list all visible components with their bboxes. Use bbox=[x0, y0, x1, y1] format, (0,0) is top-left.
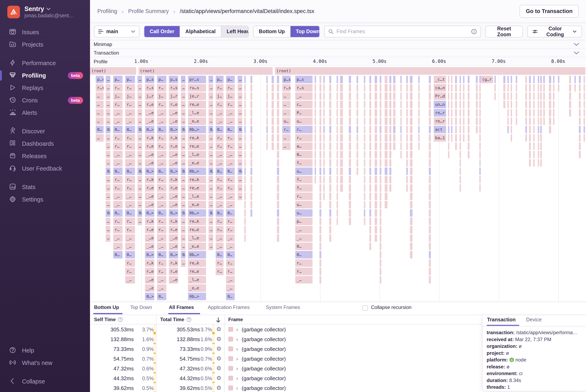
table-row[interactable]: 44.32ms0.5%44.32ms0.5%⚙›(garbage collect… bbox=[90, 373, 482, 383]
flame-frame[interactable] bbox=[389, 109, 391, 116]
flame-frame[interactable] bbox=[349, 151, 351, 158]
flame-frame[interactable] bbox=[329, 159, 331, 167]
flame-frame[interactable]: … bbox=[181, 242, 186, 250]
flame-frame[interactable]: … bbox=[209, 234, 213, 242]
flame-frame[interactable] bbox=[250, 168, 252, 175]
flame-frame[interactable] bbox=[540, 159, 542, 167]
flame-frame[interactable] bbox=[337, 134, 338, 142]
flame-frame[interactable]: r…k bbox=[145, 218, 154, 225]
table-row[interactable]: 305.53ms3.7%305.53ms3.7%⚙›(garbage colle… bbox=[90, 324, 482, 334]
flame-frame[interactable] bbox=[385, 184, 387, 192]
flame-frame[interactable] bbox=[277, 234, 279, 242]
flame-frame[interactable]: 0… bbox=[216, 251, 224, 258]
flame-frame[interactable] bbox=[479, 184, 481, 192]
flame-frame[interactable] bbox=[266, 142, 268, 150]
flame-frame[interactable]: _… bbox=[216, 159, 224, 167]
flame-frame[interactable]: … bbox=[238, 159, 242, 167]
flame-frame[interactable] bbox=[468, 76, 469, 83]
flame-frame[interactable] bbox=[418, 118, 420, 125]
flame-frame[interactable]: r…e bbox=[145, 101, 154, 108]
flame-frame[interactable] bbox=[529, 118, 531, 125]
flame-frame[interactable] bbox=[507, 118, 509, 125]
flame-frame[interactable] bbox=[329, 176, 331, 184]
flame-frame[interactable]: … bbox=[106, 134, 110, 142]
flame-frame[interactable]: re…k bbox=[188, 259, 206, 267]
flame-frame[interactable] bbox=[393, 101, 395, 108]
flame-frame[interactable] bbox=[549, 101, 551, 108]
flame-frame[interactable] bbox=[463, 84, 464, 92]
flame-frame[interactable] bbox=[375, 151, 377, 158]
flame-frame[interactable] bbox=[538, 76, 539, 83]
flame-frame[interactable] bbox=[349, 201, 351, 208]
flame-frame[interactable]: _e…e bbox=[188, 284, 206, 292]
flame-frame[interactable] bbox=[364, 142, 365, 150]
flame-frame[interactable]: 0… bbox=[226, 126, 235, 133]
flame-frame[interactable]: r… bbox=[295, 268, 313, 275]
flame-frame[interactable]: _…e bbox=[145, 284, 154, 292]
flame-frame[interactable]: r… bbox=[295, 126, 313, 133]
flame-frame[interactable] bbox=[364, 201, 365, 208]
flame-frame[interactable]: _… bbox=[295, 92, 313, 100]
flame-frame[interactable] bbox=[525, 126, 527, 133]
flame-frame[interactable] bbox=[549, 126, 551, 133]
flame-frame[interactable] bbox=[538, 118, 539, 125]
flame-frame[interactable]: … bbox=[106, 226, 110, 234]
flame-frame[interactable]: 0… bbox=[113, 209, 123, 217]
flame-frame[interactable]: 0… bbox=[181, 251, 186, 258]
flame-frame[interactable] bbox=[429, 76, 431, 83]
flame-frame[interactable] bbox=[357, 151, 358, 158]
flame-frame[interactable] bbox=[529, 92, 531, 100]
flame-frame[interactable] bbox=[533, 109, 535, 116]
flame-frame[interactable]: r…s bbox=[295, 84, 313, 92]
flame-frame[interactable] bbox=[429, 242, 431, 250]
flame-frame[interactable]: r… bbox=[216, 84, 224, 92]
flame-frame[interactable] bbox=[533, 76, 535, 83]
flame-frame[interactable] bbox=[507, 101, 509, 108]
flame-frame[interactable]: r… bbox=[157, 176, 166, 184]
flame-frame[interactable] bbox=[340, 184, 343, 192]
flame-frame[interactable] bbox=[329, 192, 331, 200]
flame-frame[interactable] bbox=[529, 134, 531, 142]
flame-frame[interactable] bbox=[266, 84, 268, 92]
flame-frame[interactable] bbox=[459, 92, 461, 100]
flame-frame[interactable] bbox=[244, 134, 246, 142]
flame-frame[interactable] bbox=[337, 126, 338, 133]
flame-frame[interactable] bbox=[410, 118, 412, 125]
flame-frame[interactable] bbox=[553, 92, 554, 100]
flame-frame[interactable] bbox=[380, 201, 381, 208]
flame-frame[interactable] bbox=[364, 126, 365, 133]
flame-frame[interactable] bbox=[540, 151, 542, 158]
flame-frame[interactable] bbox=[459, 168, 461, 175]
flame-frame[interactable] bbox=[375, 159, 377, 167]
sort-desc-icon[interactable] bbox=[216, 317, 221, 323]
table-row[interactable]: 73.33ms0.9%73.33ms0.9%⚙›(garbage collect… bbox=[90, 344, 482, 354]
flame-frame[interactable] bbox=[468, 84, 469, 92]
flame-frame[interactable]: r… bbox=[157, 218, 166, 225]
flame-frame[interactable] bbox=[375, 184, 377, 192]
flame-frame[interactable]: r… bbox=[113, 226, 123, 234]
flame-frame[interactable]: _… bbox=[226, 242, 235, 250]
flame-frame[interactable] bbox=[543, 92, 545, 100]
flame-frame[interactable] bbox=[315, 92, 316, 100]
flame-frame[interactable]: _…e bbox=[169, 159, 178, 167]
flame-frame[interactable] bbox=[385, 92, 387, 100]
flame-frame[interactable] bbox=[410, 168, 412, 175]
flame-frame[interactable]: re…e bbox=[188, 226, 206, 234]
flame-frame[interactable] bbox=[380, 192, 381, 200]
flame-frame[interactable]: _… bbox=[226, 118, 235, 125]
flame-frame[interactable] bbox=[375, 134, 377, 142]
flame-frame[interactable] bbox=[375, 209, 377, 217]
flame-frame[interactable] bbox=[553, 84, 554, 92]
flame-frame[interactable] bbox=[244, 109, 246, 116]
flame-frame[interactable] bbox=[340, 134, 343, 142]
flame-frame[interactable]: … bbox=[96, 134, 104, 142]
flame-frame[interactable] bbox=[244, 118, 246, 125]
expand-row-chevron[interactable]: › bbox=[236, 326, 238, 333]
flame-frame[interactable] bbox=[476, 92, 478, 100]
flame-frame[interactable] bbox=[459, 84, 461, 92]
flame-frame[interactable]: 0… bbox=[295, 151, 313, 158]
flame-frame[interactable] bbox=[380, 176, 381, 184]
flame-frame[interactable] bbox=[511, 126, 512, 133]
flame-frame[interactable] bbox=[266, 109, 268, 116]
flame-frame[interactable] bbox=[337, 159, 338, 167]
